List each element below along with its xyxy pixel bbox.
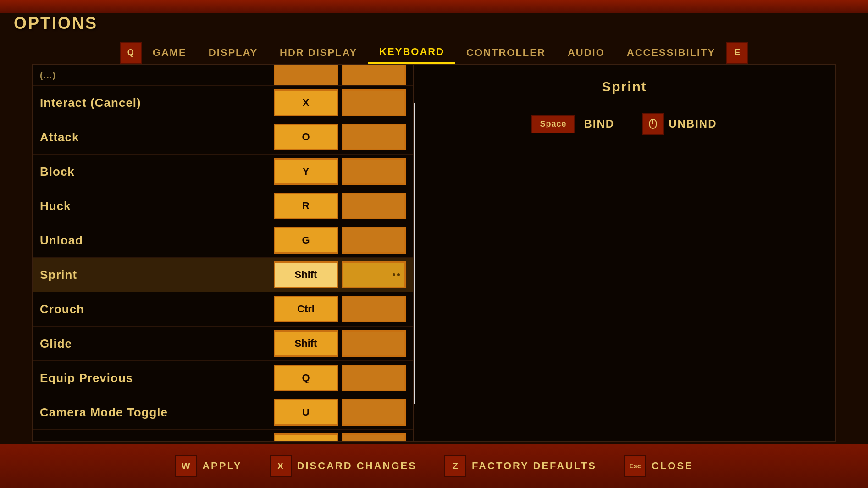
key2-attack[interactable] [342, 124, 406, 150]
tab-audio[interactable]: AUDIO [557, 42, 616, 63]
tab-hdr-display[interactable]: HDR DISPLAY [269, 42, 368, 63]
key1-unload[interactable]: G [274, 227, 338, 254]
key2-sprint[interactable] [342, 261, 406, 288]
factory-defaults-label: FACTORY DEFAULTS [472, 460, 597, 472]
key1-glide[interactable]: Shift [274, 330, 338, 357]
key2-equip-previous[interactable] [342, 365, 406, 391]
key2-unload[interactable] [342, 227, 406, 254]
factory-defaults-button[interactable]: Z FACTORY DEFAULTS [444, 455, 597, 477]
action-block: Block [40, 165, 270, 179]
binding-action-title: Sprint [602, 79, 647, 94]
page-title: OPTIONS [14, 14, 98, 33]
key1-interact-cancel[interactable]: X [274, 89, 338, 116]
key1-attack[interactable]: O [274, 124, 338, 150]
close-label: CLOSE [652, 460, 693, 472]
row-push-to-talk: Push to Talk Alt [33, 430, 413, 441]
content-area: (...) Interact (Cancel) X Attack O Block… [32, 64, 836, 442]
tab-controller[interactable]: CONTROLLER [455, 42, 557, 63]
partial-top-row: (...) [33, 65, 413, 86]
partial-key2[interactable] [342, 65, 406, 86]
key2-glide[interactable] [342, 330, 406, 357]
key1-push-to-talk[interactable]: Alt [274, 433, 338, 441]
key2-block[interactable] [342, 158, 406, 185]
action-huck: Huck [40, 199, 270, 213]
drag-dot-2 [397, 273, 400, 276]
apply-button[interactable]: W APPLY [175, 455, 242, 477]
row-sprint: Sprint Shift [33, 258, 413, 292]
binding-controls: Space BIND UNBIND [531, 113, 717, 135]
action-equip-previous: Equip Previous [40, 371, 270, 385]
action-bar: W APPLY X DISCARD CHANGES Z FACTORY DEFA… [0, 444, 868, 488]
drag-dot-1 [393, 273, 395, 276]
key2-camera-mode-toggle[interactable] [342, 399, 406, 426]
binding-info-panel: Sprint Space BIND UNBIND [414, 65, 835, 441]
tab-game[interactable]: GAME [142, 42, 198, 63]
discard-button[interactable]: X DISCARD CHANGES [270, 455, 417, 477]
row-equip-previous: Equip Previous Q [33, 361, 413, 395]
nav-bar: Q GAME DISPLAY HDR DISPLAY KEYBOARD CONT… [0, 37, 868, 68]
action-push-to-talk: Push to Talk [40, 440, 270, 442]
row-glide: Glide Shift [33, 327, 413, 361]
nav-left-icon[interactable]: Q [120, 42, 142, 64]
key2-crouch[interactable] [342, 296, 406, 322]
key1-huck[interactable]: R [274, 193, 338, 219]
row-block: Block Y [33, 155, 413, 189]
factory-defaults-key-icon: Z [444, 455, 466, 477]
row-camera-mode-toggle: Camera Mode Toggle U [33, 395, 413, 430]
top-bar [0, 0, 868, 13]
row-interact-cancel: Interact (Cancel) X [33, 86, 413, 120]
mouse-icon [647, 117, 659, 130]
action-unload: Unload [40, 233, 270, 248]
row-attack: Attack O [33, 120, 413, 155]
key2-huck[interactable] [342, 193, 406, 219]
panel-divider [414, 103, 415, 404]
partial-action-name: (...) [40, 70, 270, 81]
unbind-icon [642, 113, 664, 135]
key1-camera-mode-toggle[interactable]: U [274, 399, 338, 426]
row-unload: Unload G [33, 223, 413, 258]
partial-key1[interactable] [274, 65, 338, 86]
key2-push-to-talk[interactable] [342, 433, 406, 441]
row-huck: Huck R [33, 189, 413, 223]
bind-label[interactable]: BIND [584, 117, 615, 130]
tab-accessibility[interactable]: ACCESSIBILITY [616, 42, 726, 63]
action-crouch: Crouch [40, 302, 270, 316]
key1-equip-previous[interactable]: Q [274, 365, 338, 391]
tab-keyboard[interactable]: KEYBOARD [368, 41, 455, 64]
action-interact-cancel: Interact (Cancel) [40, 96, 270, 110]
unbind-label: UNBIND [669, 117, 717, 130]
keybindings-panel: (...) Interact (Cancel) X Attack O Block… [33, 65, 414, 441]
nav-right-icon[interactable]: E [726, 42, 748, 64]
drag-indicator [393, 273, 400, 276]
key1-sprint[interactable]: Shift [274, 261, 338, 288]
discard-label: DISCARD CHANGES [297, 460, 417, 472]
tab-display[interactable]: DISPLAY [198, 42, 269, 63]
key2-interact-cancel[interactable] [342, 89, 406, 116]
apply-key-icon: W [175, 455, 197, 477]
action-attack: Attack [40, 130, 270, 144]
close-button[interactable]: Esc CLOSE [624, 455, 693, 477]
key1-block[interactable]: Y [274, 158, 338, 185]
close-key-icon: Esc [624, 455, 646, 477]
discard-key-icon: X [270, 455, 292, 477]
apply-label: APPLY [202, 460, 242, 472]
action-sprint: Sprint [40, 268, 270, 282]
key1-crouch[interactable]: Ctrl [274, 296, 338, 322]
action-glide: Glide [40, 337, 270, 351]
unbind-button[interactable]: UNBIND [642, 113, 717, 135]
current-key-badge: Space [531, 115, 575, 133]
row-crouch: Crouch Ctrl [33, 292, 413, 327]
action-camera-mode-toggle: Camera Mode Toggle [40, 405, 270, 420]
